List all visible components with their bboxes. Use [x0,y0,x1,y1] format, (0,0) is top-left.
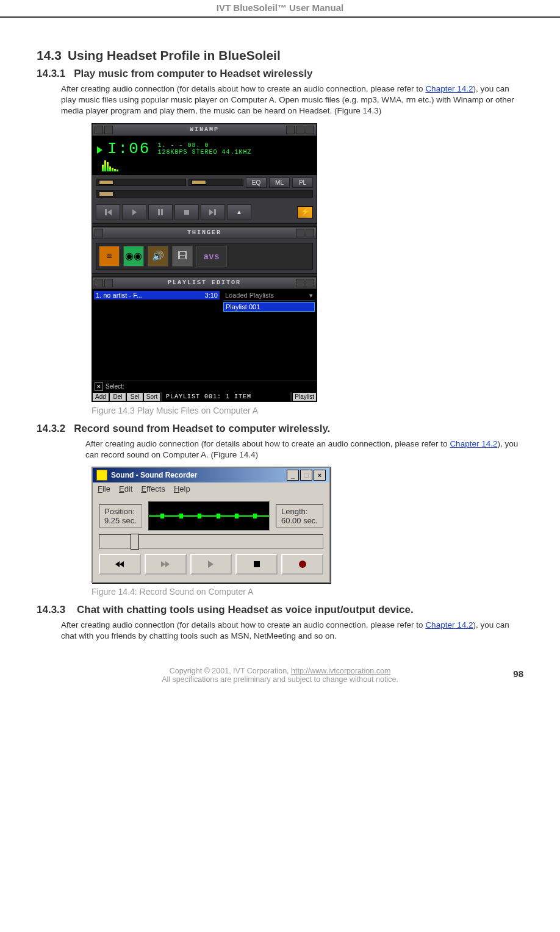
seek-start-button[interactable] [99,554,141,575]
sound-recorder-menubar: File Edit Effects Help [93,482,329,495]
system-menu-icon[interactable] [95,229,103,237]
thinger-list-icon[interactable]: ≡ [99,246,120,267]
close-icon[interactable] [306,279,314,287]
sort-button[interactable]: Sort [143,392,160,401]
sel-button[interactable]: Sel [126,392,143,401]
maximize-button[interactable]: □ [300,470,312,481]
stop-button[interactable] [174,204,199,220]
ivt-url-link[interactable]: http://www.ivtcorporation.com [291,667,390,675]
shade-icon[interactable] [296,126,304,134]
play-button[interactable] [190,554,232,575]
del-button[interactable]: Del [109,392,126,401]
length-label: Length: [281,507,318,516]
system-menu-icon[interactable] [95,279,103,287]
winamp-misc-icon[interactable] [104,279,113,287]
system-menu-icon[interactable] [95,126,103,134]
winamp-track-text[interactable]: 1. - - 08. 0 [157,142,251,149]
playlist-001-item[interactable]: Playlist 001 [223,302,315,312]
section-14-3-3: 14.3.3 Chat with chatting tools using He… [37,604,523,616]
playlist-track-item[interactable]: 1. no artist - F... 3:10 [94,291,220,299]
seek-end-button[interactable] [145,554,187,575]
chapter-14-2-link[interactable]: Chapter 14.2 [450,439,497,448]
spectrum-analyzer[interactable] [102,160,150,171]
para-fragment: After creating audio connection (for det… [61,620,425,629]
seek-slider[interactable] [96,190,313,198]
playlist-tracks[interactable]: 1. no artist - F... 3:10 [92,289,221,381]
menu-file[interactable]: File [98,484,110,493]
shade-icon[interactable] [296,229,304,237]
figure-14-3-caption: Figure 14.3 Play Music Files on Computer… [92,406,523,415]
minimize-button[interactable]: _ [287,470,299,481]
playlist-title: PLAYLIST EDITOR [168,280,241,286]
balance-slider[interactable] [188,179,243,186]
winamp-title: WINAMP [190,127,219,133]
menu-effects[interactable]: Effects [141,484,165,493]
menu-help[interactable]: Help [174,484,190,493]
winamp-window: WINAMP I:06 1. [92,123,317,402]
select-checkbox[interactable]: ✕ [95,382,103,391]
winamp-time[interactable]: I:06 [107,140,150,158]
para-fragment: After creating audio connection (for det… [61,84,425,93]
sound-recorder-titlebar[interactable]: Sound - Sound Recorder _ □ × [93,468,329,482]
playlist-status: PLAYLIST 001: 1 ITEM [162,392,290,401]
position-value: 9.25 sec. [104,516,137,525]
chapter-14-2-link[interactable]: Chapter 14.2 [425,620,473,629]
playlist-sidebar: Loaded Playlists ▾ Playlist 001 [221,289,317,381]
section-14-3-2-num: 14.3.2 [37,423,65,434]
section-14-3-2: 14.3.2Record sound from Headset to compu… [37,423,523,435]
thinger-film-icon[interactable]: 🎞 [172,246,193,267]
section-14-3-1-num: 14.3.1 [37,68,65,79]
para-14-3-2: After creating audio connection (for det… [85,439,523,461]
eq-button[interactable]: EQ [246,177,267,188]
loaded-playlists-label: Loaded Playlists [225,292,274,299]
next-button[interactable] [201,204,225,220]
winamp-display: I:06 1. - - 08. 0 128KBPS STEREO 44.1KHZ [92,136,317,175]
playlist-button[interactable]: Playlist [292,392,317,401]
copyright-text: Copyright © 2001, IVT Corporation, [170,667,291,675]
winamp-transport: ▲ ⚡ [92,201,317,223]
thinger-discs-icon[interactable]: ◉◉ [123,246,144,267]
close-icon[interactable] [306,126,314,134]
section-14-3-title: Using Headset Profile in BlueSoleil [68,48,281,62]
doc-header: IVT BlueSoleil™ User Manual [0,0,560,18]
eject-button[interactable]: ▲ [227,204,251,220]
section-14-3-3-title: Chat with chatting tools using Headset a… [74,604,413,615]
play-indicator-icon [97,146,102,154]
menu-edit[interactable]: Edit [119,484,132,493]
slider-thumb[interactable] [131,534,139,550]
position-box: Position: 9.25 sec. [99,504,142,528]
playlist-titlebar[interactable]: PLAYLIST EDITOR [92,277,317,289]
waveform-display [148,501,270,531]
select-label: Select: [106,383,124,390]
length-value: 60.00 sec. [281,516,318,525]
winamp-titlebar[interactable]: WINAMP [92,124,317,136]
close-button[interactable]: × [314,470,326,481]
page-footer: Copyright © 2001, IVT Corporation, http:… [37,667,523,684]
pl-button[interactable]: PL [292,177,313,188]
length-box: Length: 60.00 sec. [276,504,323,528]
record-button[interactable] [281,554,323,575]
pause-button[interactable] [148,204,173,220]
para-fragment: After creating audio connection (for det… [85,439,450,448]
stop-button[interactable] [235,554,278,575]
loaded-playlists-header[interactable]: Loaded Playlists ▾ [223,291,315,301]
chevron-down-icon[interactable]: ▾ [309,292,313,299]
speaker-icon [96,470,107,481]
thinger-titlebar[interactable]: THINGER [92,227,317,239]
winamp-misc-icon[interactable] [104,126,113,134]
thinger-speaker-icon[interactable]: 🔊 [148,246,168,267]
thinger-avs-button[interactable]: avs [196,246,227,267]
minimize-icon[interactable] [286,126,295,134]
close-icon[interactable] [306,229,314,237]
play-button[interactable] [122,204,146,220]
ml-button[interactable]: ML [269,177,290,188]
volume-slider[interactable] [96,179,186,186]
section-14-3-3-num: 14.3.3 [37,604,65,615]
chapter-14-2-link[interactable]: Chapter 14.2 [425,84,473,93]
position-slider[interactable] [99,534,323,549]
shade-icon[interactable] [296,279,304,287]
add-button[interactable]: Add [92,392,109,401]
prev-button[interactable] [96,204,120,220]
section-14-3-1-title: Play music from computer to Headset wire… [74,68,312,79]
winamp-logo-icon[interactable]: ⚡ [297,206,313,218]
